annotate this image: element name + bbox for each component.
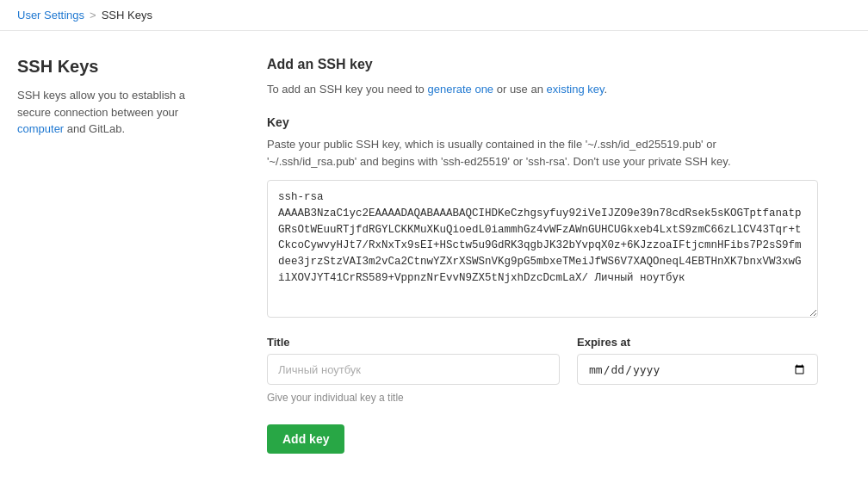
- page-title: SSH Keys: [17, 57, 215, 77]
- breadcrumb-separator: >: [90, 9, 96, 22]
- expires-input[interactable]: [577, 354, 818, 385]
- form-row: Title Give your individual key a title E…: [267, 336, 818, 404]
- title-input[interactable]: [267, 354, 560, 385]
- left-panel-description: SSH keys allow you to establish a secure…: [17, 87, 215, 138]
- title-label: Title: [267, 336, 560, 349]
- desc-text-3: .: [604, 83, 608, 96]
- breadcrumb: User Settings > SSH Keys: [0, 0, 868, 31]
- title-hint: Give your individual key a title: [267, 392, 560, 404]
- generate-one-link[interactable]: generate one: [427, 83, 493, 96]
- ssh-key-textarea[interactable]: ssh-rsa AAAAB3NzaC1yc2EAAAADAQABAAABAQCI…: [267, 180, 818, 318]
- desc-text-1: To add an SSH key you need to: [267, 83, 427, 96]
- key-description-text: Paste your public SSH key, which is usua…: [267, 136, 818, 172]
- expires-form-group: Expires at: [577, 336, 818, 385]
- add-key-button[interactable]: Add key: [267, 424, 344, 454]
- breadcrumb-current: SSH Keys: [102, 9, 152, 22]
- left-panel: SSH Keys SSH keys allow you to establish…: [17, 57, 215, 454]
- key-section-label: Key: [267, 115, 818, 129]
- right-panel: Add an SSH key To add an SSH key you nee…: [267, 57, 818, 454]
- add-key-description: To add an SSH key you need to generate o…: [267, 81, 818, 98]
- desc-text-2: or use an: [493, 83, 546, 96]
- computer-link[interactable]: computer: [17, 122, 64, 135]
- main-layout: SSH Keys SSH keys allow you to establish…: [0, 31, 868, 479]
- add-ssh-key-heading: Add an SSH key: [267, 57, 818, 72]
- breadcrumb-parent-link[interactable]: User Settings: [17, 9, 84, 22]
- title-form-group: Title Give your individual key a title: [267, 336, 560, 404]
- existing-key-link[interactable]: existing key: [547, 83, 604, 96]
- expires-label: Expires at: [577, 336, 818, 349]
